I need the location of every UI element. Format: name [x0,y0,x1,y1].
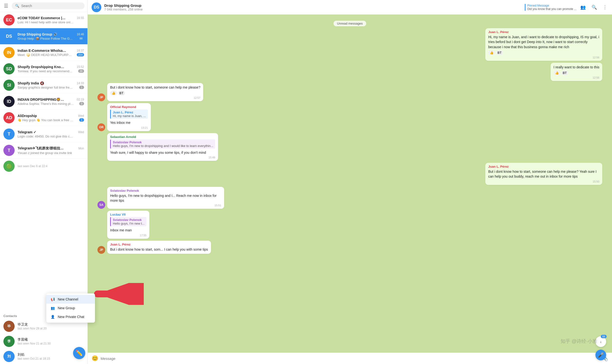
message-input[interactable] [101,356,599,361]
chat-list-item-shopify[interactable]: SDShopify Dropshipping Knowledge ... 🔇15… [0,61,87,77]
chat-list-item-ecom[interactable]: ECeCOM TODAY Ecommerce | ENG C... 🔇16:55… [0,12,87,28]
new-private-label: New Private Chat [58,315,84,319]
message-row-m1: Juan L. PérezHi, my name is Juan, and i … [97,28,602,61]
message-text-m9: But i dont know how to start, som... I c… [110,247,208,252]
message-bubble-m8: Lucãaz VIISviatoslav PolenokHello guys, … [107,211,149,238]
new-group-label: New Group [58,306,75,310]
reaction[interactable]: 👍 [488,50,495,55]
red-arrow-svg [90,283,144,305]
chat-avatar-indian: IN [3,47,15,58]
chat-list-item-telegram-fly[interactable]: TTelegram✈飞机群发/群组拉人/群... ✓MonYixuan z jo… [0,142,87,159]
chat-avatar-shopify: SD [3,63,15,75]
chat-time-alidropship: Wed [78,114,84,117]
chat-preview-telegram-fly: Yixuan z joined the group via invite lin… [17,151,72,155]
reaction[interactable]: 👍 [554,71,560,75]
message-row-m3: JPBut i dont know how to start, someone … [97,83,602,101]
chat-badge-dropshipping: 88 [78,37,84,40]
chat-name-shopify: Shopify Dropshipping Knowledge ... 🔇 [17,65,66,69]
arrow-indicator [90,283,144,306]
chat-list-item-shopify-india[interactable]: SIShopify India 🔇14:33Sanjay graphics de… [0,77,87,93]
emoji-button[interactable]: 😊 [92,355,98,362]
chat-list-item-telegram[interactable]: TTelegram ✓WedLogin code: 49450. Do not … [0,126,87,142]
message-sender-m9: Juan L. Pérez [110,243,208,246]
reaction[interactable]: 👍 [110,91,117,95]
message-bubble-m1: Juan L. PérezHi, my name is Juan, and i … [485,28,602,61]
reaction[interactable]: BT [561,71,568,75]
chat-time-shopify: 15:52 [77,65,84,69]
context-menu-new-group[interactable]: 👥New Group [46,304,95,312]
scroll-down-fab[interactable]: 88 ↓ [596,336,606,347]
members-icon[interactable]: 👥 [579,4,587,11]
contact-item-李晨曦[interactable]: 李李晨曦last seen Nov 21 at 21:30 [0,334,87,349]
replied-msg-m5: Sviatoslav PolenokHello guys, I'm new to… [110,139,215,149]
message-time-m1: 12:56 [593,56,599,59]
chat-name: Drop Shipping Group [104,3,522,8]
chat-name-indian: Indian E-Commerce Wholsaler B2... [17,49,66,52]
unread-divider: Unread messages [97,21,602,25]
chat-avatar-telegram: T [3,129,15,140]
contact-status-top: last seen Dec 6 at 22:4 [17,165,84,168]
context-menu-new-channel[interactable]: 📢New Channel [46,295,95,304]
message-time-m5: 15:49 [209,156,215,159]
chat-list-item-alidropship[interactable]: ADAliDropshipWed👋 Hey guys 👋 You can boo… [0,110,87,126]
message-sender-m4: Official Raymond [110,105,148,109]
chat-time-dropshipping: 16:46 [77,33,84,36]
chat-name-ecom: eCOM TODAY Ecommerce | ENG C... 🔇 [17,16,66,20]
message-sender-m6: Juan L. Pérez [488,165,599,168]
hamburger-icon[interactable]: ☰ [3,2,9,10]
new-private-icon: 👤 [51,315,55,319]
chat-name-shopify-india: Shopify India 🔇 [17,81,44,85]
pinned-message[interactable]: Pinned Message Did you know that you can… [525,4,576,11]
chat-avatar-indian-drop: ID [3,96,15,107]
message-row-m5: Sebastian ArnoldSviatoslav PolenokHello … [97,133,602,161]
chat-list-item-dropshipping[interactable]: DSDrop Shipping Group 🔊16:46Group Help: … [0,28,87,45]
message-text-m6: But i dont know how to start, someone ca… [488,169,599,179]
context-menu: 📢New Channel👥New Group👤New Private Chat [46,293,95,323]
new-group-icon: 👥 [51,306,55,310]
mic-fab[interactable]: 🎤 [596,350,606,360]
reaction[interactable]: BT [496,50,503,55]
contact-name: 李晨曦 [17,338,84,342]
message-text-m4: Yes inbox me [110,120,148,125]
context-menu-new-private[interactable]: 👤New Private Chat [46,312,95,321]
chat-messages: Unread messages Juan L. PérezHi, my name… [88,15,612,352]
chat-avatar: DS [92,2,101,12]
chat-name-dropshipping: Drop Shipping Group 🔊 [17,32,57,36]
chat-list-item-indian-drop[interactable]: IDINDIAN DROPSHIPPING🦁💰 🔇02:19Adelina So… [0,93,87,110]
message-text-m1: Hi, my name is Juan, and i want to dedic… [488,35,599,49]
search-chat-icon[interactable]: 🔍 [591,4,598,11]
sidebar-header: ☰ 🔍 [0,0,87,12]
contact-item-top[interactable]: 🟢last seen Dec 6 at 22:4 [0,159,87,174]
search-bar[interactable]: 🔍 [12,2,84,9]
reaction[interactable]: BT [118,91,125,95]
pinned-label: Pinned Message [528,4,576,7]
message-bubble-m6: Juan L. PérezBut i dont know how to star… [485,163,602,185]
message-sender-m5: Sebastian Arnold [110,135,215,139]
chat-list-item-indian[interactable]: INIndian E-Commerce Wholsaler B2...16:37… [0,45,87,61]
chat-header-actions: 👥 🔍 ⋮ [579,4,608,11]
new-chat-fab[interactable]: ✏️ [73,347,85,359]
message-row-m2: I really want to dedicate to this👍BT12:5… [97,63,602,81]
scroll-down-icon: ↓ [600,340,602,344]
new-channel-label: New Channel [58,297,78,301]
message-row-m4: OROfficial RaymondJuan L. PérezHi, my na… [97,103,602,131]
chat-area: DS Drop Shipping Group 7 048 members, 25… [88,0,612,364]
chat-time-ecom: 16:55 [77,16,84,20]
message-time-m6: 15:50 [593,180,599,183]
chat-avatar-dropshipping: DS [3,31,15,42]
chat-time-indian-drop: 02:19 [77,98,84,101]
message-sender-m7: Sviatoslav Polenok [110,189,221,193]
chat-preview-indian-drop: Adelina Sophia: There's this mining plat… [17,102,74,106]
chat-badge-indian-drop: 3 [79,102,84,105]
chat-avatar-telegram-fly: T [3,145,15,156]
search-input[interactable] [21,4,81,8]
message-avatar-m4: OR [97,123,105,131]
chat-preview-dropshipping: Group Help: 📦 Please Follow The Gro... [17,37,74,40]
scroll-badge: 88 [601,335,607,338]
chat-avatar-shopify-india: SI [3,79,15,91]
chat-preview-alidropship: 👋 Hey guys 👋 You can book a free m... [17,118,74,122]
more-icon[interactable]: ⋮ [602,4,608,11]
contact-status: last seen Nov 21 at 21:30 [17,342,84,345]
message-bubble-m7: Sviatoslav PolenokHello guys, I'm new to… [107,187,224,209]
contact-avatar: 李 [3,336,15,347]
